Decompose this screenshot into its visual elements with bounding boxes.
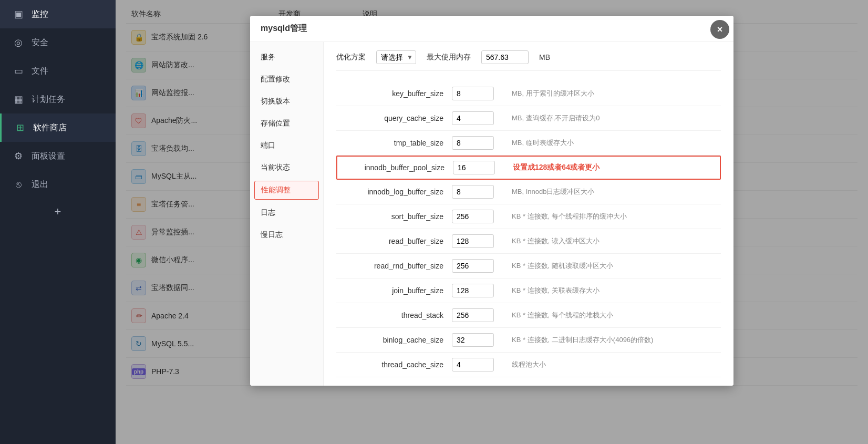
nav-item-port[interactable]: 端口 [250,135,323,157]
param-input-thread-stack[interactable] [452,308,494,322]
param-desc-thread-stack: KB * 连接数, 每个线程的堆栈大小 [504,311,721,320]
param-name-key-buffer-size: key_buffer_size [336,89,452,98]
modal-overlay: mysqld管理 × 服务 配置修改 切换版本 存储位置 端口 当前状态 性能调… [116,0,868,444]
param-input-innodb-buffer-pool-size[interactable] [453,161,495,174]
optimization-label: 优化方案 [336,53,366,62]
param-desc-query-cache-size: MB, 查询缓存,不开启请设为0 [504,113,721,123]
monitor-icon: ▣ [13,8,24,20]
param-input-key-buffer-size[interactable] [452,87,494,100]
nav-item-switch-version[interactable]: 切换版本 [250,90,323,112]
param-name-innodb-buffer-pool-size: innodb_buffer_pool_size [337,163,453,172]
sidebar-label-software: 软件商店 [33,122,67,133]
nav-item-config[interactable]: 配置修改 [250,68,323,90]
sidebar-item-logout[interactable]: ⎋ 退出 [0,170,116,199]
param-input-innodb-log-buffer-size[interactable] [452,185,494,199]
param-row-tmp-table-size: tmp_table_size MB, 临时表缓存大小 [336,131,721,156]
sidebar-item-security[interactable]: ◎ 安全 [0,28,116,57]
param-row-innodb-log-buffer-size: innodb_log_buffer_size MB, Innodb日志缓冲区大小 [336,180,721,204]
modal-title: mysqld管理 [250,16,733,42]
sidebar-label-monitor: 监控 [32,9,48,20]
gear-icon: ⚙ [13,150,24,162]
param-desc-key-buffer-size: MB, 用于索引的缓冲区大小 [504,89,721,98]
param-input-join-buffer-size[interactable] [452,284,494,297]
param-name-query-cache-size: query_cache_size [336,114,452,122]
sidebar-item-monitor[interactable]: ▣ 监控 [0,0,116,28]
calendar-icon: ▦ [13,94,24,105]
param-desc-innodb-buffer-pool-size: 设置成128或者64或者更小 [505,163,720,172]
modal-perf-content: 优化方案 请选择 ▼ 最大使用内存 MB key_buffer [324,42,733,386]
param-input-read-rnd-buffer-size[interactable] [452,259,494,273]
sidebar-label-schedule: 计划任务 [32,94,65,105]
folder-icon: ▭ [13,65,24,77]
optimization-select-wrapper[interactable]: 请选择 ▼ [376,50,416,64]
param-input-sort-buffer-size[interactable] [452,210,494,223]
param-desc-innodb-log-buffer-size: MB, Innodb日志缓冲区大小 [504,187,721,197]
param-row-read-buffer-size: read_buffer_size KB * 连接数, 读入缓冲区大小 [336,229,721,254]
param-desc-join-buffer-size: KB * 连接数, 关联表缓存大小 [504,286,721,295]
param-input-read-buffer-size[interactable] [452,234,494,248]
param-input-binlog-cache-size[interactable] [452,333,494,347]
sidebar-label-files: 文件 [32,66,48,77]
max-memory-input[interactable] [481,50,529,64]
nav-item-perf[interactable]: 性能调整 [254,181,319,200]
param-desc-read-buffer-size: KB * 连接数, 读入缓冲区大小 [504,236,721,246]
perf-top-row: 优化方案 请选择 ▼ 最大使用内存 MB [336,50,721,71]
sidebar-label-logout: 退出 [32,179,48,190]
param-row-key-buffer-size: key_buffer_size MB, 用于索引的缓冲区大小 [336,81,721,106]
param-name-read-buffer-size: read_buffer_size [336,237,452,245]
max-memory-label: 最大使用内存 [427,53,471,62]
param-name-read-rnd-buffer-size: read_rnd_buffer_size [336,262,452,270]
sidebar-label-panel: 面板设置 [32,151,65,162]
param-desc-read-rnd-buffer-size: KB * 连接数, 随机读取缓冲区大小 [504,261,721,271]
param-row-sort-buffer-size: sort_buffer_size KB * 连接数, 每个线程排序的缓冲大小 [336,204,721,229]
exit-icon: ⎋ [13,179,24,190]
nav-item-service[interactable]: 服务 [250,46,323,68]
optimization-select[interactable]: 请选择 [376,50,416,64]
sidebar: ▣ 监控 ◎ 安全 ▭ 文件 ▦ 计划任务 ⊞ 软件商店 ⚙ 面板设置 ⎋ 退出… [0,0,116,444]
param-row-thread-stack: thread_stack KB * 连接数, 每个线程的堆栈大小 [336,303,721,328]
sidebar-item-panel[interactable]: ⚙ 面板设置 [0,142,116,170]
param-input-thread-cache-size[interactable] [452,358,494,371]
param-input-tmp-table-size[interactable] [452,136,494,150]
close-button[interactable]: × [710,20,729,39]
param-name-tmp-table-size: tmp_table_size [336,139,452,147]
modal-nav: 服务 配置修改 切换版本 存储位置 端口 当前状态 性能调整 日志 慢日志 [250,42,324,386]
sidebar-item-files[interactable]: ▭ 文件 [0,57,116,85]
param-desc-thread-cache-size: 线程池大小 [504,360,721,369]
param-desc-binlog-cache-size: KB * 连接数, 二进制日志缓存大小(4096的倍数) [504,335,721,345]
param-name-thread-stack: thread_stack [336,311,452,319]
param-row-innodb-buffer-pool-size: innodb_buffer_pool_size 设置成128或者64或者更小 [336,156,721,180]
nav-item-log[interactable]: 日志 [250,202,323,224]
grid-icon: ⊞ [14,122,26,133]
nav-item-status[interactable]: 当前状态 [250,157,323,179]
param-name-sort-buffer-size: sort_buffer_size [336,212,452,221]
param-desc-tmp-table-size: MB, 临时表缓存大小 [504,138,721,148]
param-name-thread-cache-size: thread_cache_size [336,360,452,369]
memory-unit: MB [539,53,550,61]
sidebar-item-schedule[interactable]: ▦ 计划任务 [0,85,116,113]
param-row-thread-cache-size: thread_cache_size 线程池大小 [336,353,721,377]
param-row-query-cache-size: query_cache_size MB, 查询缓存,不开启请设为0 [336,106,721,131]
param-desc-sort-buffer-size: KB * 连接数, 每个线程排序的缓冲大小 [504,212,721,221]
nav-item-storage[interactable]: 存储位置 [250,112,323,135]
param-input-query-cache-size[interactable] [452,111,494,125]
add-button[interactable]: + [0,199,116,225]
sidebar-item-software[interactable]: ⊞ 软件商店 [0,113,116,142]
param-row-read-rnd-buffer-size: read_rnd_buffer_size KB * 连接数, 随机读取缓冲区大小 [336,254,721,278]
param-name-innodb-log-buffer-size: innodb_log_buffer_size [336,188,452,196]
nav-item-slow-log[interactable]: 慢日志 [250,224,323,246]
shield-icon: ◎ [13,37,24,48]
modal-body: 服务 配置修改 切换版本 存储位置 端口 当前状态 性能调整 日志 慢日志 优化… [250,42,733,386]
mysqld-modal: mysqld管理 × 服务 配置修改 切换版本 存储位置 端口 当前状态 性能调… [250,16,733,386]
sidebar-label-security: 安全 [32,37,48,48]
param-name-join-buffer-size: join_buffer_size [336,286,452,295]
main-content: 软件名称 开发商 说明 🔒 宝塔系统加固 2.6 官方 提供灵活的系统加固功能,… [116,0,868,444]
param-row-join-buffer-size: join_buffer_size KB * 连接数, 关联表缓存大小 [336,278,721,303]
param-name-binlog-cache-size: binlog_cache_size [336,336,452,344]
param-row-binlog-cache-size: binlog_cache_size KB * 连接数, 二进制日志缓存大小(40… [336,328,721,353]
